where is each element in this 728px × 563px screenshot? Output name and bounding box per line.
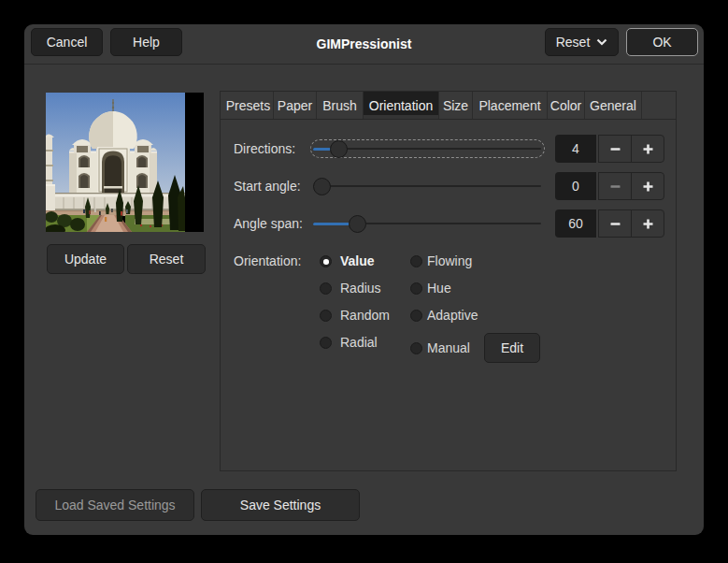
edit-button[interactable]: Edit bbox=[484, 333, 540, 363]
angle-span-value-entry[interactable]: 60 bbox=[555, 209, 596, 238]
preview-image[interactable] bbox=[46, 93, 204, 232]
start-angle-slider-handle[interactable] bbox=[313, 178, 331, 195]
radio-flowing-label[interactable]: Flowing bbox=[427, 253, 472, 268]
angle-span-slider[interactable] bbox=[313, 214, 541, 233]
tab-general[interactable]: General bbox=[585, 92, 642, 119]
tab-paper[interactable]: Paper bbox=[274, 92, 317, 119]
angle-span-plus-button[interactable] bbox=[631, 209, 664, 238]
tab-bar: Presets Paper Brush Orientation Size Pla… bbox=[221, 92, 676, 120]
reset-dropdown-label: Reset bbox=[556, 35, 591, 50]
radio-adaptive[interactable] bbox=[410, 310, 422, 322]
directions-slider-handle[interactable] bbox=[330, 140, 348, 158]
radio-hue[interactable] bbox=[410, 282, 422, 295]
minus-icon bbox=[610, 219, 621, 229]
radio-random-label[interactable]: Random bbox=[340, 308, 390, 323]
start-angle-plus-button[interactable] bbox=[631, 172, 664, 200]
radio-value-label[interactable]: Value bbox=[340, 253, 375, 268]
dialog-header: Cancel Help GIMPressionist Reset OK bbox=[24, 24, 704, 65]
directions-plus-button[interactable] bbox=[631, 135, 664, 163]
radio-flowing[interactable] bbox=[410, 255, 422, 267]
plus-icon bbox=[643, 181, 653, 192]
save-settings-button[interactable]: Save Settings bbox=[201, 489, 360, 521]
orientation-label: Orientation: bbox=[234, 253, 301, 268]
tab-placement[interactable]: Placement bbox=[473, 92, 548, 119]
tab-color[interactable]: Color bbox=[548, 92, 585, 119]
radio-manual[interactable] bbox=[410, 342, 422, 354]
directions-slider[interactable] bbox=[313, 139, 541, 158]
start-angle-minus-button bbox=[598, 172, 632, 200]
directions-value-entry[interactable]: 4 bbox=[555, 135, 596, 163]
radio-hue-label[interactable]: Hue bbox=[427, 281, 451, 296]
start-angle-value-entry[interactable]: 0 bbox=[555, 172, 596, 200]
plus-icon bbox=[643, 144, 653, 154]
tab-presets[interactable]: Presets bbox=[223, 92, 274, 119]
radio-radial-label[interactable]: Radial bbox=[340, 335, 378, 350]
radio-radial[interactable] bbox=[320, 337, 332, 349]
reset-dropdown-button[interactable]: Reset bbox=[545, 28, 619, 56]
plus-icon bbox=[643, 219, 653, 229]
start-angle-slider[interactable] bbox=[313, 177, 541, 195]
load-saved-settings-button[interactable]: Load Saved Settings bbox=[36, 489, 194, 521]
update-button[interactable]: Update bbox=[47, 244, 124, 274]
angle-span-slider-handle[interactable] bbox=[349, 215, 366, 233]
taj-mahal-photo bbox=[46, 93, 185, 232]
tab-brush[interactable]: Brush bbox=[317, 92, 364, 119]
settings-notebook: Presets Paper Brush Orientation Size Pla… bbox=[220, 91, 677, 471]
directions-minus-button[interactable] bbox=[598, 135, 632, 163]
radio-random[interactable] bbox=[320, 310, 332, 322]
radio-value[interactable] bbox=[320, 255, 332, 267]
angle-span-label: Angle span: bbox=[234, 216, 303, 231]
preview-reset-button[interactable]: Reset bbox=[127, 244, 206, 274]
tab-orientation[interactable]: Orientation bbox=[364, 92, 439, 119]
directions-label: Directions: bbox=[234, 141, 295, 156]
radio-manual-label[interactable]: Manual bbox=[427, 340, 470, 355]
ok-button[interactable]: OK bbox=[626, 28, 698, 56]
tab-size[interactable]: Size bbox=[439, 92, 473, 119]
radio-radius-label[interactable]: Radius bbox=[340, 281, 381, 296]
minus-icon bbox=[610, 144, 621, 154]
minus-icon bbox=[610, 181, 621, 192]
radio-adaptive-label[interactable]: Adaptive bbox=[427, 308, 478, 323]
angle-span-minus-button[interactable] bbox=[598, 209, 632, 238]
chevron-down-icon bbox=[596, 38, 607, 46]
radio-radius[interactable] bbox=[320, 282, 332, 295]
gimpressionist-dialog: Cancel Help GIMPressionist Reset OK bbox=[24, 24, 704, 535]
start-angle-label: Start angle: bbox=[234, 179, 301, 194]
